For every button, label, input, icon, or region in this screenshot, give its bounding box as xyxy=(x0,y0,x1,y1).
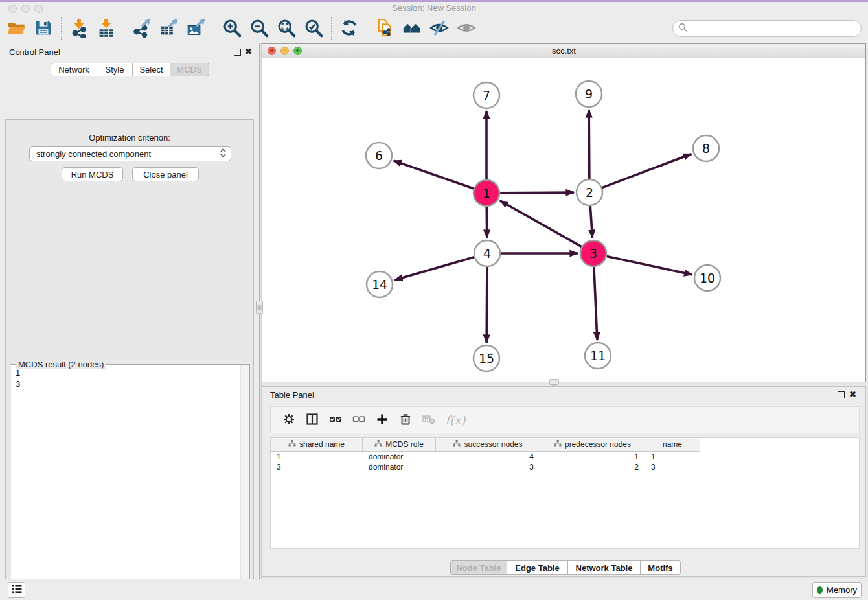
tab-motifs[interactable]: Motifs xyxy=(641,560,681,575)
edge-2-9[interactable] xyxy=(589,110,589,179)
save-session-button[interactable] xyxy=(30,16,57,41)
horizontal-divider-grip[interactable] xyxy=(549,379,559,385)
tab-style[interactable]: Style xyxy=(97,63,133,76)
column-header-successor-nodes[interactable]: successor nodes xyxy=(436,438,540,452)
close-panel-button[interactable]: Close panel xyxy=(132,167,199,181)
mcds-result-groupbox: 1 3 MCDS result (2 nodes) xyxy=(10,364,250,600)
export-network-button[interactable] xyxy=(128,16,155,41)
toolbar-separator xyxy=(331,17,332,40)
export-table-button[interactable] xyxy=(155,16,183,41)
import-network-button[interactable] xyxy=(65,16,93,41)
table-toolbar: f(x) xyxy=(270,406,860,433)
memory-button-label: Memory xyxy=(827,585,857,595)
delete-table-icon xyxy=(422,413,435,428)
search-input[interactable] xyxy=(688,22,861,35)
vertical-divider-grip[interactable] xyxy=(256,301,263,314)
edge-4-14[interactable] xyxy=(394,257,474,281)
hierarchy-icon xyxy=(288,440,296,449)
export-network-icon xyxy=(132,18,152,40)
control-panel: Control Panel ✖ Network Style Select MCD… xyxy=(0,43,259,579)
tab-select[interactable]: Select xyxy=(133,63,170,76)
node-4-label: 4 xyxy=(483,246,491,260)
zoom-in-icon xyxy=(222,18,242,40)
edge-2-3[interactable] xyxy=(590,206,592,238)
node-3-label: 3 xyxy=(589,246,597,260)
mcds-result-area[interactable]: 1 3 xyxy=(11,365,249,600)
node-6-label: 6 xyxy=(375,148,383,163)
optimization-criterion-select[interactable]: strongly connected component xyxy=(29,146,231,161)
edge-4-15[interactable] xyxy=(486,267,487,343)
tab-mcds[interactable]: MCDS xyxy=(170,63,209,76)
node-2-label: 2 xyxy=(586,185,593,200)
optimization-criterion-label: Optimization criterion: xyxy=(6,133,253,143)
clone-network-button[interactable] xyxy=(371,16,398,41)
show-columns-button[interactable] xyxy=(301,409,324,431)
table-panel-float-icon[interactable] xyxy=(838,391,845,398)
import-table-button[interactable] xyxy=(93,16,120,41)
mcds-result-scrollbar[interactable] xyxy=(240,365,249,600)
node-7-label: 7 xyxy=(483,88,490,102)
refresh-button[interactable] xyxy=(336,16,363,41)
add-column-button[interactable] xyxy=(371,409,394,431)
column-header-name[interactable]: name xyxy=(645,438,700,452)
window-title: Session: New Session xyxy=(0,3,868,13)
network-canvas[interactable]: 1234678910111415 xyxy=(262,58,865,382)
table-cell: 1 xyxy=(540,452,645,462)
table-row[interactable]: 3dominator323 xyxy=(271,462,859,472)
table-panel: Table Panel ✖ f(x) shared nameMCDS roles… xyxy=(262,386,866,577)
edge-1-2[interactable] xyxy=(500,192,574,193)
zoom-in-button[interactable] xyxy=(218,16,246,41)
tab-network[interactable]: Network xyxy=(51,63,97,76)
edge-3-10[interactable] xyxy=(607,256,692,275)
home-view-button[interactable] xyxy=(398,16,426,41)
column-header-predecessor-nodes[interactable]: predecessor nodes xyxy=(540,438,645,452)
mcds-panel: Optimization criterion: strongly connect… xyxy=(5,119,254,600)
control-panel-close-icon[interactable]: ✖ xyxy=(245,48,252,55)
control-panel-float-icon[interactable] xyxy=(234,49,241,56)
select-all-button[interactable] xyxy=(324,409,347,431)
table-mode-gear-button[interactable] xyxy=(277,409,301,431)
delete-column-icon xyxy=(399,413,412,428)
zoom-fit-button[interactable] xyxy=(273,16,300,41)
table-cell: 4 xyxy=(436,452,540,462)
node-14-label: 14 xyxy=(372,277,387,292)
edge-2-8[interactable] xyxy=(602,154,692,187)
show-details-button[interactable] xyxy=(453,16,480,41)
network-window-titlebar: × − + scc.txt xyxy=(262,44,865,58)
deselect-all-icon xyxy=(352,413,365,428)
function-builder-button[interactable]: f(x) xyxy=(440,409,470,431)
edge-1-6[interactable] xyxy=(394,161,474,189)
delete-table-button[interactable] xyxy=(417,409,440,431)
zoom-selected-button[interactable] xyxy=(300,16,327,41)
task-history-button[interactable] xyxy=(8,582,25,598)
search-box[interactable] xyxy=(672,20,862,37)
column-header-shared-name[interactable]: shared name xyxy=(271,438,363,452)
tab-node-table[interactable]: Node Table xyxy=(450,560,507,575)
deselect-all-button[interactable] xyxy=(347,409,371,431)
hide-details-button[interactable] xyxy=(426,16,453,41)
zoom-out-button[interactable] xyxy=(246,16,273,41)
run-mcds-button[interactable]: Run MCDS xyxy=(62,167,123,181)
tab-edge-table[interactable]: Edge Table xyxy=(507,560,568,575)
network-graph[interactable]: 1234678910111415 xyxy=(262,58,865,382)
table-cell: 3 xyxy=(436,462,540,472)
edge-3-11[interactable] xyxy=(594,267,597,340)
edge-1-4[interactable] xyxy=(486,207,487,238)
export-image-button[interactable] xyxy=(183,16,210,41)
node-8-label: 8 xyxy=(702,141,710,156)
edge-3-1[interactable] xyxy=(500,201,582,247)
list-icon xyxy=(12,584,22,595)
export-table-icon xyxy=(159,18,179,40)
import-network-icon xyxy=(69,18,89,40)
delete-column-button[interactable] xyxy=(394,409,417,431)
clone-network-icon xyxy=(375,18,394,40)
open-file-button[interactable] xyxy=(3,16,30,41)
node-table-body: 1dominator4113dominator323 xyxy=(271,452,859,472)
node-11-label: 11 xyxy=(590,349,606,363)
table-row[interactable]: 1dominator411 xyxy=(271,452,859,462)
column-header-MCDS-role[interactable]: MCDS role xyxy=(363,438,436,452)
table-panel-close-icon[interactable]: ✖ xyxy=(849,391,856,398)
tab-network-table[interactable]: Network Table xyxy=(568,560,641,575)
function-builder-icon: f(x) xyxy=(446,413,466,427)
memory-button[interactable]: Memory xyxy=(812,582,862,598)
